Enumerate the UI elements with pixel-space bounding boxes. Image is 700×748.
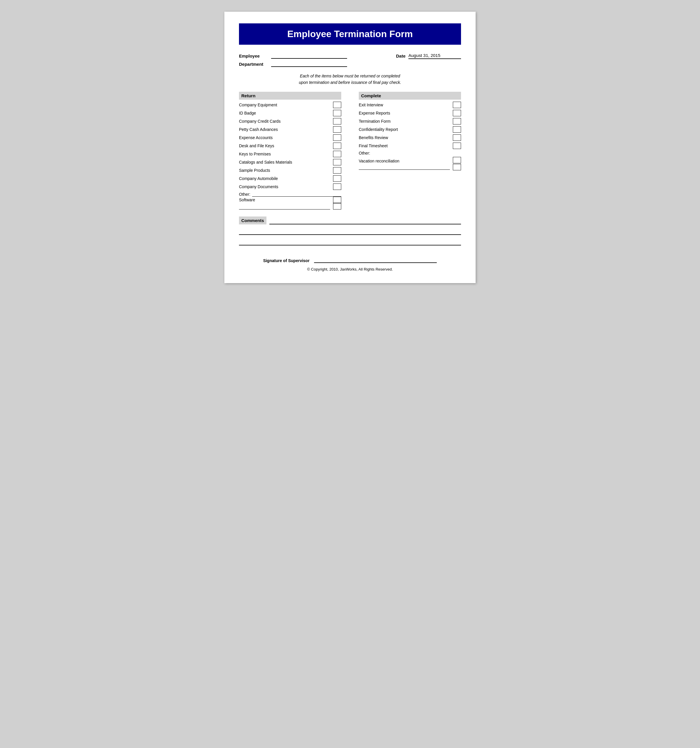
copyright: © Copyright, 2010, JaxWorks, All Rights … xyxy=(239,267,461,271)
comments-line3[interactable] xyxy=(239,237,461,245)
list-item: Petty Cash Advances xyxy=(239,125,341,134)
checkbox[interactable] xyxy=(453,102,461,108)
software-label: Software xyxy=(239,198,255,202)
list-item: Catalogs and Sales Materials xyxy=(239,158,341,166)
other-label: Other: xyxy=(239,192,251,197)
signature-label: Signature of Supervisor xyxy=(263,258,310,263)
list-item: Company Automobile xyxy=(239,175,341,182)
employee-section: Employee Department Date August 31, 2015 xyxy=(239,53,461,67)
vacation-underline xyxy=(359,164,450,170)
return-header: Return xyxy=(239,92,341,100)
checkbox[interactable] xyxy=(333,159,341,166)
instructions: Each of the items below must be returned… xyxy=(239,73,461,86)
vacation-checkbox[interactable] xyxy=(453,157,461,163)
checkbox[interactable] xyxy=(333,118,341,125)
item-label: Expense Accounts xyxy=(239,135,330,140)
form-title: Employee Termination Form xyxy=(242,29,458,40)
software-underline-row xyxy=(239,203,341,210)
checkbox[interactable] xyxy=(453,126,461,133)
department-label: Department xyxy=(239,62,268,67)
item-label: Expense Reports xyxy=(359,111,450,116)
form-page: Employee Termination Form Employee Depar… xyxy=(225,12,475,283)
list-item: Termination Form xyxy=(359,117,461,125)
list-item: Company Documents xyxy=(239,182,341,191)
list-item: ID Badge xyxy=(239,109,341,117)
checkbox[interactable] xyxy=(333,151,341,157)
checklist-section: Return Company Equipment ID Badge Compan… xyxy=(239,92,461,210)
employee-row: Employee xyxy=(239,53,347,59)
date-label: Date xyxy=(396,53,405,58)
checkbox[interactable] xyxy=(333,184,341,190)
vacation-row: Vacation reconciliation xyxy=(359,157,461,163)
petty-cash-label: Petty Cash Advances xyxy=(239,127,330,132)
item-label: ID Badge xyxy=(239,111,330,116)
checkbox[interactable] xyxy=(453,118,461,125)
item-label: Company Automobile xyxy=(239,176,330,181)
list-item: Keys to Premises xyxy=(239,150,341,158)
checkbox[interactable] xyxy=(453,110,461,116)
employee-input[interactable] xyxy=(271,53,347,59)
checkbox[interactable] xyxy=(453,143,461,149)
item-label: Company Documents xyxy=(239,184,330,189)
list-item: Expense Accounts xyxy=(239,134,341,142)
instructions-line1: Each of the items below must be returned… xyxy=(300,74,400,78)
vacation-underline-checkbox[interactable] xyxy=(453,164,461,170)
software-row: Software xyxy=(239,197,341,203)
checkbox[interactable] xyxy=(333,110,341,116)
software-extra-checkbox[interactable] xyxy=(333,203,341,210)
list-item: Benefits Review xyxy=(359,134,461,142)
comments-line1[interactable] xyxy=(269,219,461,224)
date-section: Date August 31, 2015 xyxy=(396,53,461,59)
list-item: Company Equipment xyxy=(239,101,341,109)
other-row: Other: xyxy=(239,192,341,197)
checkbox[interactable] xyxy=(333,175,341,182)
complete-other-label: Other: xyxy=(359,151,461,155)
department-row: Department xyxy=(239,61,347,67)
item-label: Benefits Review xyxy=(359,135,450,140)
keys-to-premises-label: Keys to Premises xyxy=(239,152,330,156)
list-item: Final Timesheet xyxy=(359,142,461,150)
complete-column: Complete Exit Interview Expense Reports … xyxy=(350,92,461,210)
list-item: Sample Products xyxy=(239,166,341,175)
comments-header-row: Comments xyxy=(239,216,461,224)
software-section: Software xyxy=(239,197,341,210)
comments-line2[interactable] xyxy=(239,227,461,235)
checkbox[interactable] xyxy=(333,126,341,133)
title-bar: Employee Termination Form xyxy=(239,23,461,45)
list-item: Expense Reports xyxy=(359,109,461,117)
other-input[interactable] xyxy=(252,192,341,197)
checkbox[interactable] xyxy=(333,102,341,108)
signature-input[interactable] xyxy=(314,257,437,263)
instructions-line2: upon termination and before issuance of … xyxy=(299,80,401,85)
comments-label: Comments xyxy=(239,216,266,224)
item-label: Exit Interview xyxy=(359,103,450,107)
item-label: Termination Form xyxy=(359,119,450,123)
list-item: Company Credit Cards xyxy=(239,117,341,125)
checkbox[interactable] xyxy=(333,134,341,141)
vacation-label: Vacation reconciliation xyxy=(359,159,450,163)
software-checkbox[interactable] xyxy=(333,197,341,203)
company-credit-cards-label: Company Credit Cards xyxy=(239,119,330,123)
vacation-underline-row xyxy=(359,164,461,170)
item-label: Company Equipment xyxy=(239,103,330,107)
list-item: Confidentiality Report xyxy=(359,125,461,134)
item-label: Catalogs and Sales Materials xyxy=(239,160,330,164)
complete-header: Complete xyxy=(359,92,461,100)
department-input[interactable] xyxy=(271,61,347,67)
software-underline xyxy=(239,204,330,210)
item-label: Final Timesheet xyxy=(359,143,450,148)
comments-section: Comments xyxy=(239,216,461,245)
complete-other-row: Other: xyxy=(359,150,461,156)
return-column: Return Company Equipment ID Badge Compan… xyxy=(239,92,350,210)
item-label: Confidentiality Report xyxy=(359,127,450,132)
list-item: Exit Interview xyxy=(359,101,461,109)
checkbox[interactable] xyxy=(453,134,461,141)
checkbox[interactable] xyxy=(333,167,341,173)
list-item: Desk and File Keys xyxy=(239,142,341,150)
signature-section: Signature of Supervisor © Copyright, 201… xyxy=(239,257,461,271)
item-label: Desk and File Keys xyxy=(239,143,330,148)
employee-label: Employee xyxy=(239,53,268,58)
signature-row: Signature of Supervisor xyxy=(239,257,461,263)
item-label: Sample Products xyxy=(239,168,330,173)
checkbox[interactable] xyxy=(333,143,341,149)
